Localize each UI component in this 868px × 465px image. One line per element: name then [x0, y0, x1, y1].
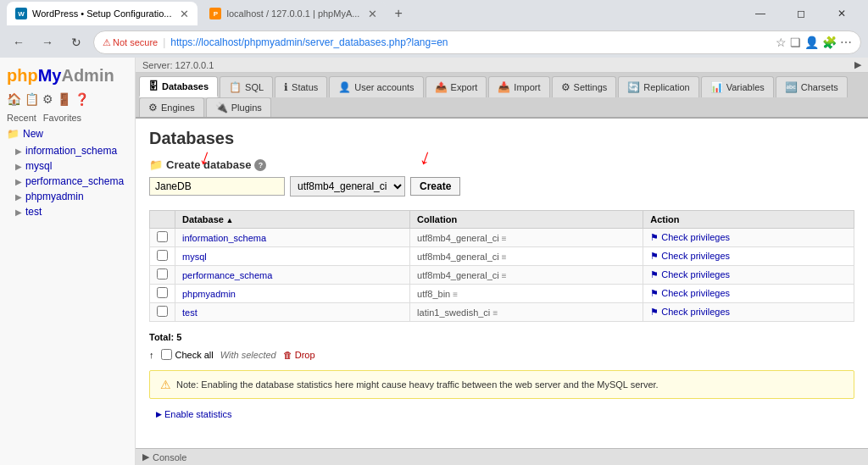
tab-replication[interactable]: 🔄 Replication — [618, 76, 698, 97]
bookmark-icon[interactable]: ☆ — [776, 36, 787, 49]
check-privileges-link[interactable]: ⚑ Check privileges — [650, 269, 730, 280]
enable-stats-link[interactable]: Enable statistics — [156, 409, 848, 419]
tab-close-phpmyadmin[interactable]: ✕ — [368, 8, 377, 20]
sql-tab-icon: 📋 — [229, 81, 242, 93]
sidebar-item-test[interactable]: ▶ test — [0, 204, 135, 219]
url-display: https://localhost/phpmyadmin/server_data… — [170, 36, 448, 48]
tab-sql[interactable]: 📋 SQL — [220, 76, 273, 97]
db-name-input[interactable] — [149, 177, 285, 196]
server-label: Server: 127.0.0.1 — [142, 60, 214, 70]
check-privileges-link[interactable]: ⚑ Check privileges — [650, 232, 730, 242]
db-name-link[interactable]: phpmyadmin — [182, 289, 236, 299]
row-checkbox[interactable] — [157, 306, 168, 317]
collapse-icon[interactable]: ▶ — [854, 59, 861, 70]
exit-icon[interactable]: 🚪 — [57, 92, 71, 106]
sidebar-item-phpmyadmin[interactable]: ▶ phpmyadmin — [0, 189, 135, 204]
create-db-form: utf8mb4_general_ciutf8_general_cilatin1_… — [149, 176, 460, 197]
table-row: mysql utf8mb4_general_ci ≡ ⚑ Check privi… — [150, 247, 854, 266]
create-button[interactable]: Create — [410, 177, 460, 196]
sidebar-recent-favorites: Recent Favorites — [0, 111, 135, 125]
extensions-icon[interactable]: 🧩 — [822, 36, 837, 49]
settings-icon[interactable]: ⚙ — [42, 92, 53, 106]
row-checkbox[interactable] — [157, 287, 168, 298]
tab-settings[interactable]: ⚙ Settings — [552, 76, 617, 97]
content-area: Databases 📁 Create database ? ↓ ↓ — [136, 119, 868, 448]
address-bar[interactable]: ⚠ Not secure | https://localhost/phpmyad… — [93, 30, 861, 54]
tab-variables[interactable]: 📊 Variables — [701, 76, 774, 97]
db-collation: utf8_bin ≡ — [410, 285, 643, 303]
browser-frame: W WordPress • Setup Configuratio... ✕ P … — [0, 0, 868, 465]
drop-icon: 🗑 — [283, 350, 292, 360]
help-sidebar-icon[interactable]: ❓ — [75, 92, 89, 106]
profile-icon[interactable]: 👤 — [804, 36, 819, 49]
tab-export[interactable]: 📤 Export — [426, 76, 487, 97]
server-bar: Server: 127.0.0.1 ▶ — [136, 58, 868, 73]
db-collation: utf8mb4_general_ci ≡ — [410, 247, 643, 266]
databases-table: Database Collation Action information_sc… — [149, 210, 854, 322]
db-name-link[interactable]: information_schema — [182, 233, 266, 243]
sidebar-new-item[interactable]: 📁 New — [0, 125, 135, 143]
back-button[interactable]: ← — [7, 30, 31, 54]
tab-user-accounts-label: User accounts — [354, 82, 414, 92]
tab-charsets[interactable]: 🔤 Charsets — [776, 76, 848, 97]
check-privileges-link[interactable]: ⚑ Check privileges — [650, 307, 730, 317]
tab-charsets-label: Charsets — [801, 82, 838, 92]
check-all-label[interactable]: Check all — [161, 349, 214, 360]
browser-tab-wordpress[interactable]: W WordPress • Setup Configuratio... ✕ — [7, 2, 198, 25]
minimize-button[interactable]: — — [741, 2, 780, 25]
database-col-header[interactable]: Database — [175, 211, 410, 229]
close-button[interactable]: ✕ — [822, 2, 861, 25]
tab-plugins[interactable]: 🔌 Plugins — [206, 97, 271, 117]
favorites-label[interactable]: Favorites — [43, 113, 81, 123]
db-name-performance_schema: performance_schema — [25, 175, 124, 187]
db-collation: utf8mb4_general_ci ≡ — [410, 229, 643, 247]
sidebar-item-information_schema[interactable]: ▶ information_schema — [0, 143, 135, 158]
row-checkbox[interactable] — [157, 231, 168, 242]
forward-button[interactable]: → — [36, 30, 59, 54]
tab-user-accounts[interactable]: 👤 User accounts — [329, 76, 423, 97]
db-name-link[interactable]: performance_schema — [182, 270, 272, 280]
sidebar-item-performance_schema[interactable]: ▶ performance_schema — [0, 174, 135, 189]
collation-select[interactable]: utf8mb4_general_ciutf8_general_cilatin1_… — [290, 176, 405, 197]
db-icon-performance_schema: ▶ — [15, 177, 22, 186]
db-name-link[interactable]: test — [182, 307, 198, 318]
help-icon[interactable]: ? — [254, 159, 266, 171]
recent-label[interactable]: Recent — [7, 113, 36, 123]
create-db-header: 📁 Create database ? — [149, 158, 854, 171]
tab-search-icon[interactable]: ❏ — [790, 36, 801, 49]
browser-tab-phpmyadmin[interactable]: P localhost / 127.0.0.1 | phpMyA... ✕ — [201, 2, 386, 25]
home-icon[interactable]: 🏠 — [7, 92, 21, 106]
db-name-link[interactable]: mysql — [182, 252, 207, 262]
tab-close-wordpress[interactable]: ✕ — [180, 8, 189, 20]
check-all-checkbox[interactable] — [161, 349, 172, 360]
table-row: information_schema utf8mb4_general_ci ≡ … — [150, 229, 854, 247]
tab-status-label: Status — [292, 82, 318, 92]
check-privileges-link[interactable]: ⚑ Check privileges — [650, 288, 730, 298]
db-icon-test: ▶ — [15, 208, 22, 217]
refresh-button[interactable]: ↻ — [64, 30, 88, 54]
tab-databases[interactable]: 🗄 Databases — [139, 76, 218, 97]
nav-tabs: 🗄 Databases 📋 SQL ℹ Status 👤 User accoun… — [136, 73, 868, 119]
check-privileges-link[interactable]: ⚑ Check privileges — [650, 251, 730, 261]
sidebar-item-mysql[interactable]: ▶ mysql — [0, 158, 135, 174]
tab-replication-label: Replication — [643, 82, 689, 92]
wordpress-favicon: W — [15, 8, 27, 19]
new-icon: 📁 — [7, 128, 19, 140]
console-bar[interactable]: ▶ Console — [136, 448, 868, 465]
menu-icon[interactable]: ⋯ — [840, 36, 852, 49]
info-text: Note: Enabling the database statistics h… — [176, 379, 659, 390]
tab-status[interactable]: ℹ Status — [275, 76, 327, 97]
tab-import[interactable]: 📥 Import — [488, 76, 549, 97]
tab-settings-label: Settings — [574, 82, 608, 92]
new-tab-button[interactable]: + — [389, 6, 407, 21]
tab-engines[interactable]: ⚙ Engines — [139, 97, 204, 117]
drop-button[interactable]: 🗑 Drop — [283, 350, 315, 360]
row-checkbox[interactable] — [157, 268, 168, 280]
browser-titlebar: W WordPress • Setup Configuratio... ✕ P … — [0, 0, 868, 27]
sql-icon[interactable]: 📋 — [25, 92, 39, 106]
row-checkbox[interactable] — [157, 250, 168, 261]
create-db-form-wrapper: ↓ ↓ utf8mb4_general_ciutf8_general_cilat… — [149, 176, 460, 197]
db-name-test: test — [25, 206, 42, 218]
enable-stats-wrapper: Enable statistics — [149, 406, 854, 423]
restore-button[interactable]: ◻ — [782, 2, 821, 25]
